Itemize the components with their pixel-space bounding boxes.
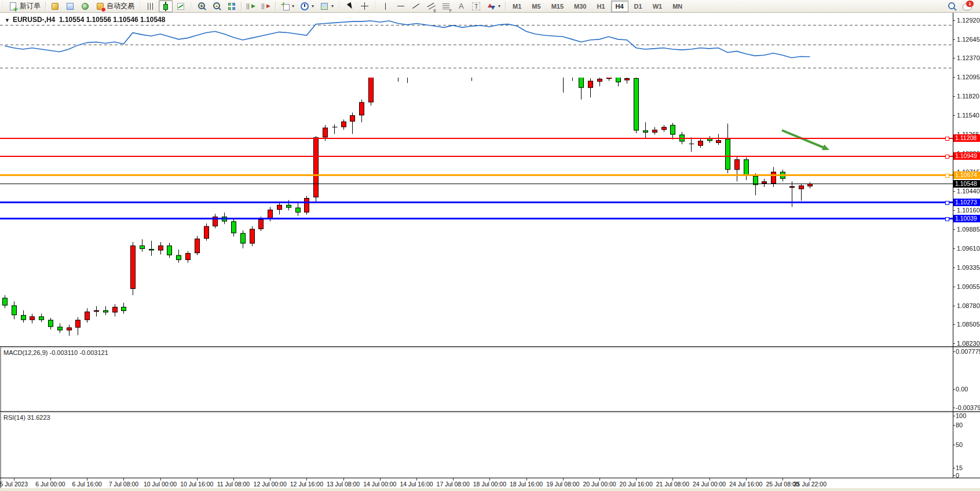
toolbar-separator [241,2,242,11]
macd-axis-label: -0.003797 [956,404,980,411]
price-tick-label: 1.12095 [957,74,980,80]
timeframe-button-h4[interactable]: H4 [611,1,628,12]
panel-separator[interactable] [0,347,980,348]
arrows-icon [487,2,496,11]
dropdown-arrow-icon[interactable]: ▾ [292,3,294,9]
search-icon[interactable] [948,2,957,11]
periods-icon [300,2,309,11]
timeframe-button-w1[interactable]: W1 [648,1,667,12]
price-level-tag: 1.11208 [953,134,980,142]
chart-shift-button[interactable] [259,0,273,12]
cursor-button[interactable] [343,0,357,12]
timeframe-button-m15[interactable]: M15 [547,1,568,12]
chart-ohlc-values: 1.10554 1.10556 1.10546 1.10548 [59,16,166,24]
time-axis-label: 6 Jul 16:00 [72,481,102,488]
timeframe-button-m30[interactable]: M30 [569,1,591,12]
channel-button[interactable] [424,0,438,12]
price-level-line[interactable] [0,138,953,139]
current-price-tag: 1.10548 [953,180,980,188]
rsi-axis-label: 15 [956,464,963,471]
auto-scroll-button[interactable] [244,0,258,12]
timeframe-button-h1[interactable]: H1 [592,1,609,12]
notifications-icon[interactable]: 1 [963,2,972,11]
toolbar-separator [139,2,141,10]
tile-windows-button[interactable] [225,0,239,12]
price-level-line[interactable] [0,201,953,203]
dropdown-arrow-icon[interactable]: ▾ [312,3,314,9]
rsi-axis-label: 50 [956,441,963,448]
panel-separator[interactable] [0,411,980,412]
charts-button[interactable] [48,0,62,12]
text-label-button[interactable] [469,0,483,12]
trendline-button[interactable] [409,0,423,12]
price-level-marker[interactable] [945,201,949,205]
toolbar-separator [190,2,192,10]
toolbar-separator [505,2,506,11]
zoom-in-icon [197,2,206,11]
periods-button[interactable]: ▾ [298,0,316,12]
dropdown-arrow-icon[interactable]: ▾ [331,3,334,9]
zoom-in-button[interactable] [195,0,209,12]
rsi-axis-label: 100 [956,412,966,419]
line-chart-icon [176,2,185,11]
time-axis-label: 20 Jul 16:00 [620,481,653,488]
price-level-marker[interactable] [945,174,949,178]
market-watch-button[interactable] [63,0,77,12]
dropdown-arrow-icon[interactable]: ▾ [498,3,500,9]
panel-separator[interactable] [0,412,980,413]
trendline-icon [411,2,420,11]
window-bottom-frame [0,488,980,491]
new-order-button[interactable]: 新订单 [6,0,43,12]
price-tick-label: 1.10440 [957,188,980,195]
price-tick-label: 1.09055 [957,283,980,290]
time-axis-label: 6 Jul 00:00 [35,481,65,488]
fibonacci-button[interactable] [439,0,453,12]
price-level-line[interactable] [0,174,953,176]
time-axis-label: 10 Jul 00:00 [144,481,177,488]
indicators-button[interactable]: ▾ [278,0,297,12]
price-tick-label: 1.12370 [957,54,980,61]
timeframe-button-m1[interactable]: M1 [508,1,526,12]
auto-trading-button[interactable]: 自动交易 [93,0,137,12]
timeframe-button-m5[interactable]: M5 [527,1,545,12]
templates-button[interactable]: ▾ [317,0,336,12]
timeframe-button-mn[interactable]: MN [668,1,687,12]
text-button[interactable] [454,0,468,12]
crosshair-icon [360,2,370,11]
arrows-button[interactable]: ▾ [484,0,503,12]
signals-button[interactable] [78,0,92,12]
time-axis-label: 19 Jul 08:00 [546,481,579,488]
macd-axis-label: 0.00 [956,386,968,393]
price-level-marker[interactable] [945,217,949,221]
time-axis-label: 18 Jul 16:00 [510,481,543,488]
vline-icon [381,2,390,11]
bar-chart-button[interactable] [144,0,158,12]
text-label-icon [471,2,481,11]
time-axis-label: 24 Jul 00:00 [693,481,726,488]
auto-scroll-icon [246,2,255,11]
panel-separator[interactable] [0,346,980,347]
chart-dropdown-icon[interactable]: ▼ [5,17,10,23]
candlestick-button[interactable] [159,0,173,12]
time-axis-label: 14 Jul 00:00 [363,481,396,488]
price-level-line[interactable] [0,218,953,219]
templates-icon [320,2,329,11]
price-level-marker[interactable] [945,137,949,141]
toolbar-separator [45,2,46,11]
chart-window: ▼EURUSD-,H4 1.10554 1.10556 1.10546 1.10… [0,13,980,491]
time-axis-label: 17 Jul 08:00 [437,481,470,488]
line-chart-button[interactable] [174,0,188,12]
time-axis-label: 11 Jul 08:00 [217,481,250,488]
vertical-line-button[interactable] [379,0,393,12]
zoom-out-button[interactable] [210,0,224,12]
time-axis-label: 14 Jul 16:00 [400,481,433,488]
panel-separator [0,478,980,478]
price-level-marker[interactable] [945,155,949,159]
price-tick-label: 1.09610 [957,245,980,252]
chart-stack-icon [50,2,60,11]
crosshair-button[interactable] [358,0,372,12]
timeframe-button-d1[interactable]: D1 [630,1,647,12]
price-level-line[interactable] [0,156,953,157]
horizontal-line-button[interactable] [394,0,408,12]
price-level-tag: 1.10039 [953,215,980,222]
